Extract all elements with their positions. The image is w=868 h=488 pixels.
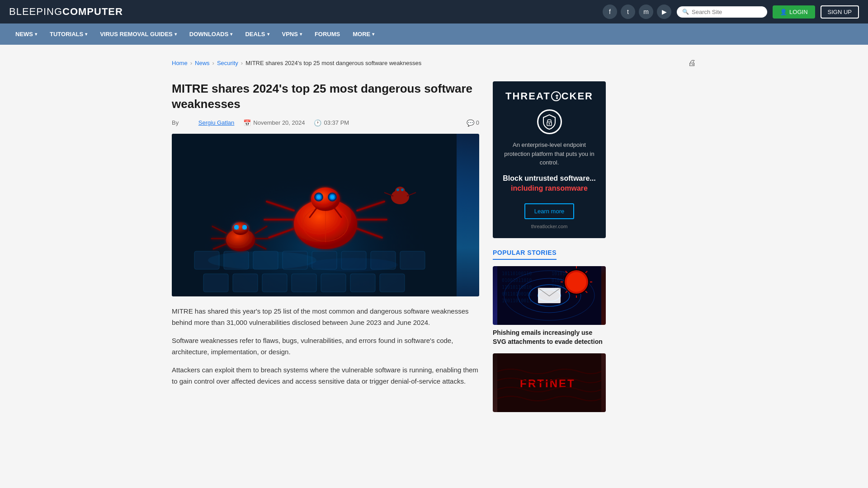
svg-point-29 bbox=[317, 195, 321, 199]
article-paragraph-1: MITRE has shared this year's top 25 list… bbox=[172, 305, 479, 328]
article-time: 03:37 PM bbox=[324, 119, 349, 126]
social-icons: f t m ▶ bbox=[603, 5, 671, 19]
svg-point-51 bbox=[208, 251, 316, 269]
svg-rect-10 bbox=[203, 274, 228, 292]
youtube-icon[interactable]: ▶ bbox=[657, 5, 671, 19]
article-date: November 20, 2024 bbox=[253, 119, 305, 126]
article-hero-image bbox=[172, 134, 479, 296]
story-item-2: F RTINET bbox=[493, 353, 606, 412]
date-meta: 📅 November 20, 2024 bbox=[243, 119, 305, 127]
user-icon: 👤 bbox=[780, 9, 787, 15]
article-body: MITRE has shared this year's top 25 list… bbox=[172, 305, 479, 387]
story-item-1: 10110100110 01001011010 11010110010 0011… bbox=[493, 266, 606, 346]
svg-rect-16 bbox=[380, 274, 405, 292]
nav-vpns[interactable]: VPNS ▾ bbox=[276, 23, 308, 45]
breadcrumb-separator: › bbox=[241, 60, 243, 66]
ad-learn-more-button[interactable]: Learn more bbox=[524, 203, 574, 219]
svg-rect-15 bbox=[350, 274, 375, 292]
svg-point-52 bbox=[307, 258, 398, 272]
story-title-1: Phishing emails increasingly use SVG att… bbox=[493, 328, 606, 346]
story-link-1[interactable]: Phishing emails increasingly use SVG att… bbox=[493, 329, 603, 345]
svg-rect-12 bbox=[262, 274, 287, 292]
nav-virus-removal[interactable]: VIRUS REMOVAL GUIDES ▾ bbox=[94, 23, 183, 45]
nav-more[interactable]: MORE ▾ bbox=[346, 23, 381, 45]
image-overlay bbox=[172, 134, 479, 296]
search-input[interactable] bbox=[692, 9, 762, 15]
ad-headline-1: Block untrusted software... including ra… bbox=[502, 174, 597, 194]
svg-point-47 bbox=[396, 188, 399, 191]
ad-tagline: An enterprise-level endpoint protection … bbox=[502, 141, 597, 167]
breadcrumb-security[interactable]: Security bbox=[217, 60, 238, 66]
svg-text:11010110010: 11010110010 bbox=[502, 285, 532, 290]
ad-threatlocker[interactable]: THREAT CKER An enterprise-level endpoint… bbox=[493, 81, 606, 238]
article: MITRE shares 2024's top 25 most dangerou… bbox=[172, 81, 479, 416]
header-right: f t m ▶ 🔍 👤 LOGIN SIGN UP bbox=[603, 5, 859, 19]
breadcrumb-separator: › bbox=[212, 60, 214, 66]
nav-downloads[interactable]: DOWNLOADS ▾ bbox=[183, 23, 239, 45]
breadcrumb-current: MITRE shares 2024's top 25 most dangerou… bbox=[245, 60, 421, 66]
main-container: MITRE shares 2024's top 25 most dangerou… bbox=[163, 72, 705, 425]
story-thumbnail-2[interactable]: F RTINET bbox=[493, 353, 606, 412]
svg-point-53 bbox=[556, 97, 558, 99]
print-icon[interactable]: 🖨 bbox=[688, 58, 696, 68]
svg-text:01001011010: 01001011010 bbox=[502, 278, 532, 283]
signup-button[interactable]: SIGN UP bbox=[821, 5, 859, 19]
site-logo[interactable]: BLEEPINGCOMPUTER bbox=[9, 6, 123, 18]
chevron-down-icon: ▾ bbox=[230, 32, 232, 37]
mastodon-icon[interactable]: m bbox=[639, 5, 653, 19]
article-paragraph-2: Software weaknesses refer to flaws, bugs… bbox=[172, 335, 479, 358]
twitter-icon[interactable]: t bbox=[621, 5, 635, 19]
author-prefix: By bbox=[172, 119, 179, 126]
svg-text:10011010011: 10011010011 bbox=[502, 298, 532, 303]
story2-illustration: F RTINET bbox=[497, 353, 601, 412]
time-meta: 🕐 03:37 PM bbox=[314, 119, 349, 127]
chevron-down-icon: ▾ bbox=[85, 32, 87, 37]
story-thumbnail-1[interactable]: 10110100110 01001011010 11010110010 0011… bbox=[493, 266, 606, 325]
svg-rect-11 bbox=[233, 274, 258, 292]
story1-illustration: 10110100110 01001011010 11010110010 0011… bbox=[497, 266, 601, 325]
svg-point-48 bbox=[401, 188, 404, 191]
svg-point-55 bbox=[549, 123, 550, 125]
chevron-down-icon: ▾ bbox=[300, 32, 302, 37]
hero-illustration bbox=[172, 134, 457, 296]
article-meta: By Sergiu Gatlan 📅 November 20, 2024 🕐 0… bbox=[172, 119, 479, 127]
calendar-icon: 📅 bbox=[243, 119, 251, 127]
breadcrumb-home[interactable]: Home bbox=[172, 60, 188, 66]
shield-lock-svg bbox=[542, 114, 556, 130]
chevron-down-icon: ▾ bbox=[35, 32, 37, 37]
comments-count[interactable]: 💬 0 bbox=[467, 119, 479, 127]
clock-icon: 🕐 bbox=[314, 119, 321, 127]
facebook-icon[interactable]: f bbox=[603, 5, 617, 19]
breadcrumb-separator: › bbox=[190, 60, 192, 66]
nav-tutorials[interactable]: TUTORIALS ▾ bbox=[43, 23, 94, 45]
threatlocker-logo: THREAT CKER bbox=[502, 90, 597, 102]
site-header: BLEEPINGCOMPUTER f t m ▶ 🔍 👤 LOGIN SIGN … bbox=[0, 0, 868, 23]
ad-domain: threatlocker.com bbox=[502, 224, 597, 229]
breadcrumb-news[interactable]: News bbox=[195, 60, 210, 66]
svg-rect-9 bbox=[400, 251, 425, 269]
popular-stories: POPULAR STORIES 10110100110 01001011010 … bbox=[493, 249, 606, 412]
nav-news[interactable]: NEWS ▾ bbox=[9, 23, 43, 45]
author-link[interactable]: Sergiu Gatlan bbox=[198, 119, 235, 126]
svg-point-73 bbox=[566, 272, 586, 292]
breadcrumb-area: Home › News › Security › MITRE shares 20… bbox=[163, 54, 705, 72]
search-bar[interactable]: 🔍 bbox=[677, 6, 767, 18]
article-paragraph-3: Attackers can exploit them to breach sys… bbox=[172, 364, 479, 387]
login-button[interactable]: 👤 LOGIN bbox=[773, 5, 815, 19]
search-icon: 🔍 bbox=[682, 9, 689, 15]
chevron-down-icon: ▾ bbox=[372, 32, 374, 37]
logo-bold: COMPUTER bbox=[62, 6, 123, 17]
article-title: MITRE shares 2024's top 25 most dangerou… bbox=[172, 81, 479, 112]
ad-shield-icon bbox=[537, 109, 562, 134]
logo-light: BLEEPING bbox=[9, 6, 62, 17]
nav-forums[interactable]: FORUMS bbox=[308, 23, 346, 45]
svg-point-32 bbox=[330, 195, 334, 199]
sidebar: THREAT CKER An enterprise-level endpoint… bbox=[493, 81, 606, 416]
nav-deals[interactable]: DEALS ▾ bbox=[239, 23, 275, 45]
chevron-down-icon: ▾ bbox=[175, 32, 177, 37]
chevron-down-icon: ▾ bbox=[267, 32, 269, 37]
svg-rect-14 bbox=[321, 274, 346, 292]
ad-headline-ransomware: including ransomware bbox=[511, 184, 588, 192]
svg-point-43 bbox=[234, 225, 239, 230]
comment-icon: 💬 bbox=[467, 119, 474, 127]
